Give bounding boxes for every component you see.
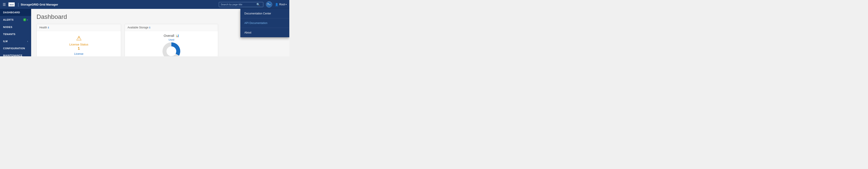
sidebar-item-configuration[interactable]: CONFIGURATION [0,45,31,52]
alerts-badge: ✓ [23,18,26,21]
storage-card-body: Overall 📊 Used [125,31,218,56]
search-input[interactable] [221,3,256,6]
app-logo: NetApp | StorageGRID Grid Manager [8,2,58,7]
storage-card-header: Available Storage ℹ [125,24,218,31]
health-card-body: ⚠ License Status 1 License [37,31,121,56]
search-box[interactable]: 🔍 [219,2,263,7]
help-button[interactable]: ? ▲ [266,1,272,7]
license-link[interactable]: License [74,52,83,55]
sidebar-item-maintenance[interactable]: MAINTENANCE [0,52,31,56]
sidebar-item-tenants[interactable]: TENANTS [0,31,31,38]
bar-chart-icon: 📊 [176,34,179,37]
user-icon: 👤 [275,3,278,6]
sidebar: DASHBOARD ALERTS ✓ › NODES TENANTS ILM ›… [0,9,31,56]
user-label: Root [279,3,285,6]
sidebar-item-label: NODES [3,26,12,28]
hamburger-menu-icon[interactable]: ☰ [3,2,6,7]
storage-donut-chart [162,42,180,56]
help-dropdown-menu: Documentation Center API Documentation A… [240,9,289,37]
alerts-chevron-icon: › [27,18,28,21]
health-card-title: Health [39,26,47,29]
netapp-logo-icon: NetApp [8,2,15,6]
dropdown-item-about[interactable]: About [240,28,289,37]
help-icon: ? [267,3,269,6]
sidebar-item-label: DASHBOARD [3,11,20,14]
license-status-count: 1 [78,47,80,51]
sidebar-item-label: TENANTS [3,33,16,36]
storage-info-icon[interactable]: ℹ [149,26,150,29]
sidebar-item-ilm[interactable]: ILM › [0,38,31,45]
sidebar-item-alerts[interactable]: ALERTS ✓ › [0,16,31,24]
sidebar-item-label: ALERTS [3,18,13,21]
dropdown-item-documentation-center[interactable]: Documentation Center [240,9,289,18]
app-title: StorageGRID Grid Manager [21,3,58,6]
sidebar-item-dashboard[interactable]: DASHBOARD [0,9,31,16]
ilm-chevron-icon: › [27,40,28,43]
sidebar-item-label: MAINTENANCE [3,54,23,56]
health-info-icon[interactable]: ℹ [48,26,49,29]
license-warning-icon: ⚠ [76,35,82,42]
sidebar-item-nodes[interactable]: NODES [0,24,31,31]
documentation-center-label: Documentation Center [244,12,271,15]
svg-text:NetApp: NetApp [9,4,14,6]
sidebar-item-label: ILM [3,40,7,43]
overall-label: Overall 📊 [163,34,179,38]
help-dropdown-arrow: ▲ [269,4,271,6]
used-label: Used [168,38,174,41]
nav-divider: | [18,2,19,7]
user-menu[interactable]: 👤 Root ▾ [275,3,287,6]
available-storage-card: Available Storage ℹ Overall 📊 Used [125,24,218,56]
health-card: Health ℹ ⚠ License Status 1 License [36,24,121,56]
health-card-header: Health ℹ [37,24,121,31]
about-label: About [244,31,251,34]
dropdown-item-api-documentation[interactable]: API Documentation [240,18,289,28]
search-icon: 🔍 [256,3,260,6]
storage-card-title: Available Storage [127,26,149,29]
sidebar-item-label: CONFIGURATION [3,47,25,50]
top-navigation: ☰ NetApp | StorageGRID Grid Manager 🔍 ? … [0,0,289,9]
user-dropdown-arrow: ▾ [285,3,287,6]
license-status-label: License Status [69,43,88,46]
api-documentation-link[interactable]: API Documentation [244,22,267,25]
